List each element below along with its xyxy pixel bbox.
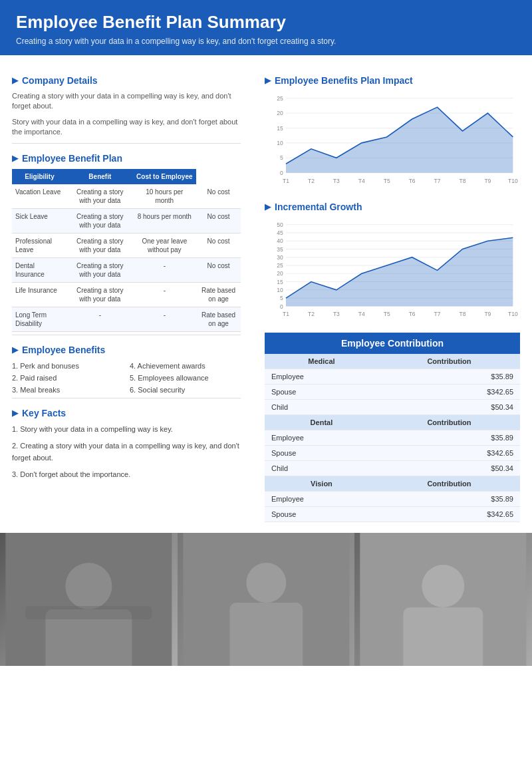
incremental-growth-title: Incremental Growth	[275, 202, 362, 212]
arrow-icon4: ▶	[12, 408, 18, 418]
arrow-icon5: ▶	[265, 76, 271, 85]
svg-point-62	[422, 565, 465, 607]
footer-image-3	[354, 533, 532, 666]
svg-text:T4: T4	[358, 178, 365, 184]
row-name: Life Insurance	[12, 282, 67, 307]
svg-text:T8: T8	[460, 311, 466, 318]
contribution-header: Employee Contribution	[265, 333, 520, 354]
row-eligibility: Creating a story with your data	[67, 233, 132, 257]
contrib-label: Child	[265, 461, 378, 476]
benefit-item: 2. Paid raised	[12, 373, 123, 383]
key-facts-title: Key Facts	[22, 408, 66, 418]
col-header-cost: Cost to Employee	[133, 169, 197, 184]
row-name: Long Term Disability	[12, 307, 67, 331]
benefit-table-body: Vacation Leave Creating a story with you…	[12, 184, 241, 332]
svg-text:T4: T4	[358, 311, 365, 318]
contrib-row: Spouse$342.65	[265, 446, 520, 461]
impact-chart-container: 0510152025T1T2T3T4T5T6T7T8T9T10	[265, 91, 520, 192]
svg-text:10: 10	[277, 287, 283, 293]
svg-text:T8: T8	[460, 178, 466, 184]
company-details-title: Company Details	[22, 75, 98, 86]
page-header: Employee Benefit Plan Summary Creating a…	[0, 0, 532, 55]
svg-text:20: 20	[277, 271, 283, 277]
row-cost: No cost	[196, 184, 241, 209]
svg-text:T5: T5	[384, 311, 390, 318]
contrib-label: Spouse	[265, 507, 378, 522]
row-benefit: 8 hours per month	[133, 208, 197, 233]
growth-chart-container: 05101520253035404550T1T2T3T4T5T6T7T8T9T1…	[265, 218, 520, 326]
svg-text:T2: T2	[308, 178, 315, 184]
col-header-benefit: Benefit	[67, 169, 132, 184]
svg-rect-63	[404, 607, 483, 666]
table-header-row: Eligibility Benefit Cost to Employee	[12, 169, 241, 184]
svg-text:T9: T9	[484, 178, 491, 184]
key-fact-item: 3. Don't forget about the importance.	[12, 469, 241, 481]
svg-text:45: 45	[277, 230, 283, 236]
svg-text:T1: T1	[283, 311, 289, 318]
svg-rect-57	[25, 606, 152, 619]
benefits-impact-title: Employee Benefits Plan Impact	[275, 75, 413, 86]
contrib-col2: Contribution	[378, 354, 520, 369]
arrow-icon6: ▶	[265, 202, 271, 212]
row-benefit: One year leave without pay	[133, 233, 197, 257]
benefit-plan-title: Employee Benefit Plan	[22, 153, 122, 164]
company-details-section: ▶ Company Details	[12, 75, 241, 86]
svg-text:T2: T2	[308, 311, 315, 318]
svg-text:15: 15	[277, 125, 283, 132]
benefit-item: 3. Meal breaks	[12, 384, 123, 395]
contrib-value: $342.65	[378, 507, 520, 522]
contrib-section-header: VisionContribution	[265, 476, 520, 492]
footer-images	[0, 533, 532, 666]
svg-text:0: 0	[280, 303, 283, 310]
svg-text:T9: T9	[484, 311, 491, 318]
benefit-item: 6. Social security	[130, 384, 241, 395]
contrib-row: Employee$35.89	[265, 369, 520, 384]
divider3	[12, 398, 241, 398]
benefits-impact-section: ▶ Employee Benefits Plan Impact	[265, 75, 520, 86]
svg-text:T10: T10	[508, 311, 518, 318]
footer-image-1	[0, 533, 178, 666]
contrib-value: $35.89	[378, 430, 520, 446]
row-benefit: -	[133, 307, 197, 331]
contribution-table: MedicalContributionEmployee$35.89Spouse$…	[265, 354, 520, 522]
contrib-col2: Contribution	[378, 476, 520, 492]
svg-point-59	[246, 563, 286, 603]
row-cost: No cost	[196, 257, 241, 282]
svg-text:T7: T7	[434, 178, 441, 184]
arrow-icon2: ▶	[12, 154, 18, 163]
contrib-section-name: Dental	[265, 415, 378, 430]
row-cost: Rate based on age	[196, 282, 241, 307]
incremental-growth-section: ▶ Incremental Growth	[265, 202, 520, 212]
svg-text:T7: T7	[434, 311, 441, 318]
svg-text:T3: T3	[333, 311, 340, 318]
contrib-value: $50.34	[378, 400, 520, 415]
table-row: Sick Leave Creating a story with your da…	[12, 208, 241, 233]
arrow-icon: ▶	[12, 76, 18, 85]
contrib-row: Spouse$342.65	[265, 384, 520, 400]
svg-text:30: 30	[277, 254, 283, 261]
svg-text:25: 25	[277, 95, 283, 102]
svg-text:T10: T10	[508, 178, 518, 184]
key-fact-item: 2. Creating a story with your data in a …	[12, 440, 241, 464]
benefit-table: Eligibility Benefit Cost to Employee Vac…	[12, 169, 241, 332]
key-facts-section: ▶ Key Facts	[12, 408, 241, 418]
contrib-row: Employee$35.89	[265, 430, 520, 446]
contribution-section: Employee Contribution MedicalContributio…	[265, 333, 520, 522]
svg-text:T6: T6	[409, 178, 416, 184]
row-eligibility: Creating a story with your data	[67, 184, 132, 209]
svg-text:20: 20	[277, 110, 283, 116]
svg-text:T3: T3	[333, 178, 340, 184]
contrib-label: Employee	[265, 369, 378, 384]
contrib-value: $342.65	[378, 384, 520, 400]
table-row: Life Insurance Creating a story with you…	[12, 282, 241, 307]
divider2	[12, 335, 241, 335]
company-detail-para1: Creating a story with your data in a com…	[12, 91, 241, 112]
row-name: Professional Leave	[12, 233, 67, 257]
row-cost: No cost	[196, 208, 241, 233]
col-header-eligibility: Eligibility	[12, 169, 67, 184]
row-eligibility: Creating a story with your data	[67, 282, 132, 307]
page-title: Employee Benefit Plan Summary	[16, 12, 516, 33]
row-cost: No cost	[196, 233, 241, 257]
contrib-section-name: Vision	[265, 476, 378, 492]
contrib-value: $35.89	[378, 492, 520, 507]
